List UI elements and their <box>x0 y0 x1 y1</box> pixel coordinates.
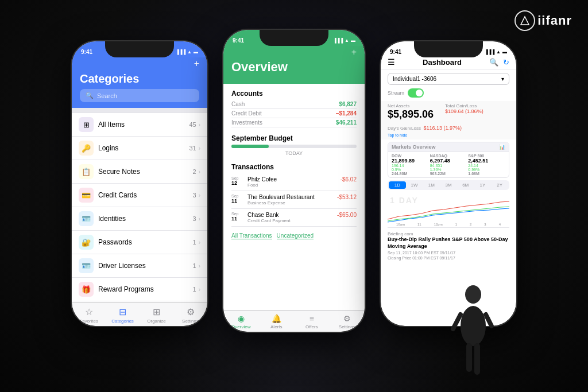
tab-organize[interactable]: ⊞ Organize <box>140 306 173 324</box>
wifi-icon: ▲ <box>187 49 192 55</box>
chart-label: 1 DAY <box>390 196 419 205</box>
secure-notes-label: Secure Notes <box>98 168 193 176</box>
settings2-icon: ⚙ <box>343 314 351 323</box>
tab-overview[interactable]: ◉ Overview <box>223 314 259 329</box>
phone2-notch <box>260 30 328 46</box>
list-item[interactable]: 🪪 Driver Licenses 1 › <box>72 254 207 278</box>
list-item[interactable]: 🔑 Logins 31 › <box>72 137 207 160</box>
account-credit-value: –$1,284 <box>336 110 357 117</box>
secure-notes-count: 2 <box>193 168 196 175</box>
account-selector[interactable]: Individual1 -3606 ▾ <box>388 73 509 85</box>
tab-2y[interactable]: 2Y <box>491 181 508 189</box>
logins-icon: 🔑 <box>79 141 94 156</box>
budget-section: September Budget TODAY <box>231 134 357 156</box>
dow-label: DOW <box>392 154 429 158</box>
sp500-vol: 1.68M <box>468 172 505 176</box>
sp500-col: S&P 500 2,452.51 24.14 0.99% 1.68M <box>468 154 505 176</box>
tab-1d[interactable]: 1D <box>389 181 406 189</box>
refresh-icon[interactable]: ↻ <box>503 58 509 67</box>
tab-settings-label: Settings <box>182 319 199 324</box>
dow-change: 196.14 <box>392 164 429 168</box>
markets-header: Markets Overview 📊 <box>388 142 509 152</box>
txn1-name: Philz Cofee <box>247 176 337 183</box>
driver-licenses-label: Driver Licenses <box>98 262 193 270</box>
svg-rect-4 <box>474 343 480 375</box>
tab-alerts-label: Alerts <box>270 324 282 329</box>
account-investments-label: Investments <box>231 119 262 126</box>
phone2-time: 9:41 <box>233 37 244 44</box>
brand-logo: iifanr <box>514 10 572 31</box>
day-gain-value: $116.13 (1.97%) <box>423 125 462 131</box>
tab-alerts[interactable]: 🔔 Alerts <box>259 314 295 329</box>
dow-value: 21,899.89 <box>392 158 429 164</box>
nasdaq-label: NASDAQ <box>430 154 467 158</box>
svg-line-6 <box>486 315 492 326</box>
transaction-row: Sep 12 Philz Cofee Food -$6.02 <box>231 173 357 191</box>
list-item[interactable]: 🔐 Passwords 1 › <box>72 231 207 254</box>
phone1-title: Categories <box>80 72 199 89</box>
txn2-info: The Boulevard Restaurant Business Expens… <box>247 194 334 205</box>
transactions-section: Transactions Sep 12 Philz Cofee Food -$6… <box>231 163 357 227</box>
budget-section-title: September Budget <box>231 134 357 142</box>
nasdaq-value: 6,297.48 <box>430 158 467 164</box>
list-item[interactable]: 📋 Secure Notes 2 › <box>72 160 207 184</box>
tab-categories[interactable]: ⊟ Categories <box>106 306 140 324</box>
phone1-search[interactable]: 🔍 Search <box>80 89 199 102</box>
phone1-list-header <box>72 108 207 113</box>
organize-icon: ⊞ <box>153 306 160 317</box>
accounts-section-title: Accounts <box>231 90 357 98</box>
tap-label[interactable]: Tap to hide <box>388 133 509 137</box>
news-title: Buy-the-Dip Rally Pushes S&P 500 Above 5… <box>388 236 509 250</box>
presenter-svg <box>450 283 496 386</box>
tab-settings[interactable]: ⚙ Settings <box>173 306 207 324</box>
phone3-title: Dashboard <box>423 58 462 67</box>
tab-1w[interactable]: 1W <box>406 181 423 189</box>
hamburger-icon[interactable]: ☰ <box>388 57 395 67</box>
favorites-icon: ☆ <box>85 306 93 317</box>
alerts-icon: 🔔 <box>272 314 281 323</box>
reward-programs-chevron: › <box>199 286 200 293</box>
credit-cards-label: Credit Cards <box>98 191 193 199</box>
markets-label: Markets Overview <box>392 144 436 150</box>
phone2-screen: 9:41 ▐▐▐ ▲ ▬ + Overview Accounts <box>223 30 365 332</box>
chevron-down-icon: ▾ <box>501 76 504 82</box>
tab-1y[interactable]: 1Y <box>474 181 492 189</box>
all-transactions-link[interactable]: All Transactions <box>231 232 272 239</box>
list-item[interactable]: 🪪 Identities 3 › <box>72 207 207 231</box>
txn3-name: Chase Bank <box>247 212 334 218</box>
reward-programs-label: Reward Programs <box>98 285 193 293</box>
sp500-label: S&P 500 <box>468 154 505 158</box>
txn3-date: Sep 11 <box>231 212 244 222</box>
tab-3m[interactable]: 3M <box>440 181 457 189</box>
tab-6m[interactable]: 6M <box>457 181 474 189</box>
list-item[interactable]: ⊞ All Items 45 › <box>72 113 207 137</box>
driver-licenses-chevron: › <box>199 263 200 269</box>
tab-settings2[interactable]: ⚙ Settings <box>330 314 365 329</box>
budget-fill <box>231 145 269 148</box>
net-assets-section: Net Assets $5,895.06 Total Gain/Loss $10… <box>381 101 516 139</box>
search-icon[interactable]: 🔍 <box>489 58 498 67</box>
tab-1m[interactable]: 1M <box>423 181 440 189</box>
driver-licenses-icon: 🪪 <box>79 258 94 273</box>
tab-favorites[interactable]: ☆ Favorites <box>72 306 106 324</box>
wifi-icon: ▲ <box>496 49 501 55</box>
secure-notes-chevron: › <box>199 169 200 175</box>
list-item[interactable]: 🎁 Reward Programs 1 › <box>72 278 207 301</box>
txn3-info: Chase Bank Credit Card Payment <box>247 212 334 223</box>
phone2-tabbar: ◉ Overview 🔔 Alerts ≡ Offers ⚙ Settings <box>223 310 365 332</box>
dow-vol: 244.86M <box>392 172 429 176</box>
txn3-amount: -$65.00 <box>337 212 357 218</box>
tab-offers[interactable]: ≡ Offers <box>294 314 330 329</box>
uncategorized-link[interactable]: Uncategorized <box>277 232 314 239</box>
phone1-add-icon[interactable]: + <box>194 59 199 69</box>
stream-toggle[interactable] <box>408 88 424 98</box>
stream-label: Stream <box>388 90 404 96</box>
reward-programs-icon: 🎁 <box>79 282 94 297</box>
transaction-links: All Transactions Uncategorized <box>231 232 357 239</box>
phone1-status-icons: ▐▐▐ ▲ ▬ <box>176 49 198 55</box>
svg-point-1 <box>465 285 481 304</box>
list-item[interactable]: 💳 Credit Cards 3 › <box>72 184 207 207</box>
svg-line-5 <box>453 315 461 329</box>
phone2-add-icon[interactable]: + <box>351 47 357 57</box>
sp500-value: 2,452.51 <box>468 158 505 164</box>
